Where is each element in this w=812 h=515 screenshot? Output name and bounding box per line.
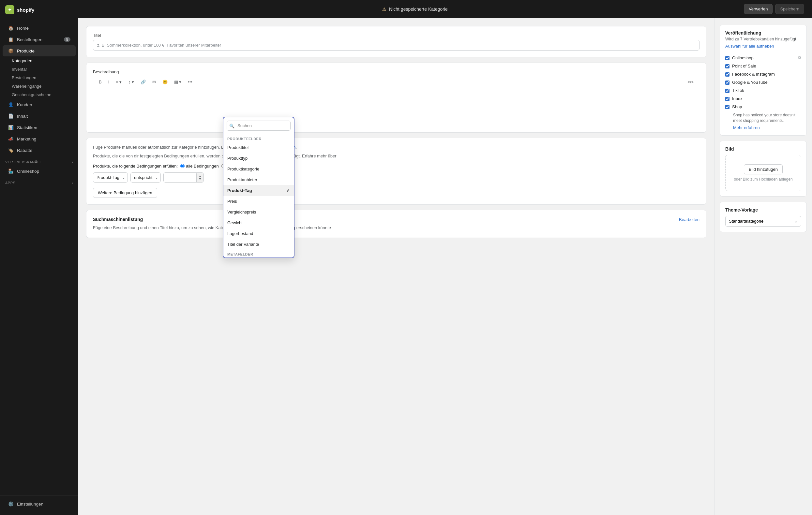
sidebar-sub-item-geschenkgutscheine[interactable]: Geschenkgutscheine [9,91,78,99]
apps-section[interactable]: Apps › [0,177,78,186]
channel-tiktok-checkbox[interactable] [725,89,729,93]
sidebar-item-inhalt[interactable]: 📄 Inhalt [3,111,76,122]
toolbar-italic[interactable]: I [106,78,112,86]
toolbar-bold[interactable]: B [96,78,104,86]
channel-google-checkbox[interactable] [725,81,729,85]
dropdown-item-preis[interactable]: Preis [223,196,294,207]
sidebar-item-onlineshop[interactable]: 🏪 Onlineshop [3,165,76,177]
customers-icon: 👤 [8,102,14,108]
dropdown-item-produktanbieter[interactable]: Produktanbieter [223,174,294,185]
dropdown-section-produktfelder: PRODUKTFELDER [223,134,294,142]
title-input[interactable] [93,40,699,51]
right-panel: Veröffentlichung Wird zu 7 Vertriebskanä… [714,18,812,515]
main-wrapper: ⚠ Nicht gespeicherte Kategorie Verwerfen… [78,0,812,515]
toolbar-align[interactable]: ≡ ▾ [113,78,124,86]
channel-onlineshop-checkbox[interactable] [725,56,729,60]
publication-divider [725,52,801,52]
beschreibung-label: Beschreibung [93,69,699,74]
seo-title: Suchmaschinenlistung [93,217,143,222]
dropdown-list: PRODUKTFELDER Produkttitel Produkttyp Pr… [223,134,294,258]
discard-button[interactable]: Verwerfen [744,4,773,14]
theme-select[interactable]: Standardkategorie [725,216,801,226]
sidebar-sub-item-bestellungen[interactable]: Bestellungen [9,74,78,82]
dropdown-item-produkt-tag[interactable]: Produkt-Tag ✓ [223,185,294,196]
sidebar-item-produkte[interactable]: 📦 Produkte [3,45,76,56]
discounts-icon: 🏷️ [8,147,14,153]
content-icon: 📄 [8,113,14,119]
dropdown-item-lagerbestand[interactable]: Lagerbestand [223,228,294,239]
dropdown-item-produktkategorie[interactable]: Produktkategorie [223,163,294,174]
editor-body[interactable] [93,88,699,127]
sidebar-item-kunden-label: Kunden [17,102,32,107]
image-title: Bild [725,146,801,152]
publication-card: Veröffentlichung Wird zu 7 Vertriebskanä… [720,25,807,135]
sidebar-item-statistiken[interactable]: 📊 Statistiken [3,122,76,133]
dropdown-item-produkttitel[interactable]: Produkttitel [223,142,294,153]
conditions-value-input[interactable] [164,173,196,182]
sidebar-item-bestellungen[interactable]: 📋 Bestellungen 5 [3,34,76,45]
sidebar-sub-item-kategorien[interactable]: Kategorien [9,57,78,65]
conditions-section: Produkte, die folgende Bedingungen erfül… [93,163,699,198]
sidebar: ✦ shopify 🏠 Home 📋 Bestellungen 5 📦 Prod… [0,0,78,515]
save-button[interactable]: Speichern [775,4,804,14]
sidebar-item-bestellungen-label: Bestellungen [17,37,42,42]
sidebar-item-home-label: Home [17,26,29,31]
match-all-radio[interactable] [180,164,184,168]
sidebar-item-kunden[interactable]: 👤 Kunden [3,99,76,110]
sidebar-sub-item-wareneingaenge[interactable]: Wareneingänge [9,82,78,90]
stepper-down: ▼ [199,178,202,181]
conditions-row: Produkt-Tag entspricht ▲ [93,173,699,183]
sidebar-item-einstellungen[interactable]: ⚙️ Einstellungen [3,498,76,510]
conditions-auto-text: Produkte, die die von dir festgelegten B… [93,153,699,158]
onlineshop-icon-extra: ⧉ [798,55,801,60]
shopify-logo-icon: ✦ [5,5,14,14]
vertriebskanaele-arrow: › [72,160,73,164]
toolbar-table[interactable]: ▦ ▾ [172,78,184,86]
sidebar-sub-item-inventar[interactable]: Inventar [9,65,78,73]
sidebar-logo[interactable]: ✦ shopify [0,0,78,20]
toolbar-more[interactable]: ••• [185,78,195,86]
add-image-button[interactable]: Bild hinzufügen [744,164,783,174]
onlineshop-icon: 🏪 [8,168,14,174]
dropdown-item-produkttyp[interactable]: Produkttyp [223,153,294,163]
deselect-all-link[interactable]: Auswahl für alle aufheben [725,44,774,49]
topbar: ⚠ Nicht gespeicherte Kategorie Verwerfen… [78,0,812,18]
sidebar-item-inhalt-label: Inhalt [17,114,28,119]
sidebar-item-marketing[interactable]: 📣 Marketing [3,133,76,144]
image-upload-area[interactable]: Bild hinzufügen oder Bild zum Hochladen … [725,155,801,191]
channel-pos-checkbox[interactable] [725,64,729,68]
sidebar-logo-text: shopify [17,7,34,13]
dropdown-item-gewicht[interactable]: Gewicht [223,217,294,228]
toolbar-code[interactable]: </> [685,78,696,86]
sidebar-item-rabatte[interactable]: 🏷️ Rabatte [3,145,76,156]
dropdown-search-wrap: 🔍 [227,121,291,131]
toolbar-link[interactable]: 🔗 [138,78,148,86]
seo-body: Füge eine Beschreibung und einen Titel h… [93,224,699,231]
match-label: Produkte, die folgende Bedingungen erfül… [93,163,178,169]
dropdown-item-vergleichspreis[interactable]: Vergleichspreis [223,207,294,217]
sidebar-item-home[interactable]: 🏠 Home [3,23,76,34]
channel-inbox-checkbox[interactable] [725,97,729,101]
stepper-arrows[interactable]: ▲ ▼ [196,173,203,182]
channel-shop-checkbox[interactable] [725,105,729,109]
field-dropdown: 🔍 PRODUKTFELDER Produkttitel Produkttyp [223,117,294,258]
seo-edit-link[interactable]: Bearbeiten [679,217,699,222]
sidebar-item-marketing-label: Marketing [17,137,36,142]
channel-facebook-checkbox[interactable] [725,72,729,77]
vertriebskanaele-section[interactable]: Vertriebskanäle › [0,156,78,165]
seo-header: Suchmaschinenlistung Bearbeiten [93,217,699,222]
title-label: Titel [93,33,699,38]
toolbar-email[interactable]: ✉ [150,78,158,86]
toolbar-emoji[interactable]: 😊 [160,78,170,86]
conditions-operator-select[interactable]: entspricht [130,173,161,183]
conditions-field-select[interactable]: Produkt-Tag [93,173,128,183]
topbar-center: ⚠ Nicht gespeicherte Kategorie [382,6,448,12]
dropdown-search-input[interactable] [227,121,291,131]
channel-shop: Shop [725,104,801,109]
products-icon: 📦 [8,48,14,54]
dropdown-item-titel-der-variante[interactable]: Titel der Variante [223,239,294,250]
toolbar-spacing[interactable]: ↕ ▾ [126,78,137,86]
channel-inbox: Inbox [725,96,801,101]
add-condition-button[interactable]: Weitere Bedingung hinzügen [93,188,157,198]
shop-mehr-erfahren-link[interactable]: Mehr erfahren [733,125,760,130]
